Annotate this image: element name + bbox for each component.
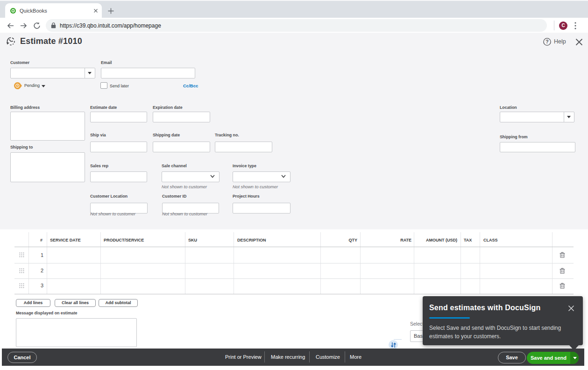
- svg-text:?: ?: [545, 39, 548, 44]
